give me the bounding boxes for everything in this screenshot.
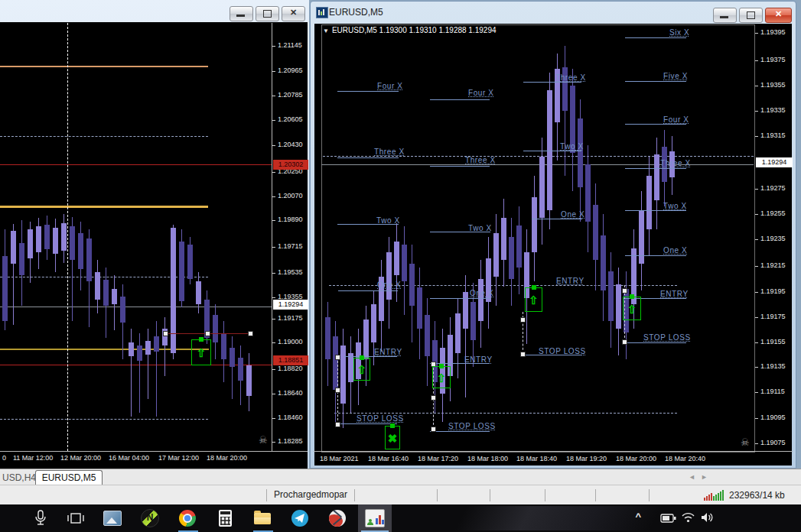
ohlc-values: EURUSD,M5 1.19300 1.19310 1.19288 1.1929… (332, 26, 497, 34)
status-profile-label: Prochargedmopar (267, 489, 354, 500)
right-close-button[interactable]: ✕ (765, 8, 792, 23)
left-close-button[interactable]: ✕ (282, 6, 305, 21)
right-restore-button[interactable] (739, 8, 763, 23)
window-chart-icon (316, 7, 328, 18)
left-restore-button[interactable] (256, 6, 279, 21)
microphone-icon[interactable] (31, 509, 50, 527)
calculator-icon[interactable] (215, 509, 235, 527)
right-window-titlebar[interactable]: EURUSD,M5 ✕ (311, 2, 796, 24)
metatrader-workspace: ✕ EURUSD,M5 ✕ ▼EURUSD,M5 1.19300 1.19310… (0, 0, 801, 532)
ninjatrader-icon[interactable]: N (140, 509, 160, 527)
chart-tab-bar: USD,H4 EURUSD,M5 ◄► (0, 469, 801, 485)
status-divider (437, 489, 438, 501)
battery-icon[interactable] (660, 512, 676, 526)
status-divider (595, 489, 596, 501)
status-divider (490, 489, 490, 501)
left-time-separator (0, 451, 308, 452)
tab-scroll-right-icon[interactable]: ► (701, 473, 713, 481)
chrome-icon[interactable] (177, 509, 197, 527)
snipping-tool-icon[interactable] (327, 509, 347, 527)
left-minimize-button[interactable] (230, 6, 253, 21)
symbol-dropdown-icon[interactable]: ▼ (323, 28, 329, 34)
wifi-icon[interactable] (681, 512, 695, 526)
left-chart-plot-area[interactable] (0, 22, 308, 469)
tray-expand-chevron-icon[interactable]: ^ (635, 511, 641, 522)
status-bar: Prochargedmopar 232963/14 kb (0, 485, 801, 504)
tab-scroll-left-icon[interactable]: ◄ (689, 473, 701, 481)
taskbar: N ^ 12:52 (0, 504, 801, 532)
status-divider (545, 489, 545, 501)
restore-icon (263, 10, 272, 18)
status-divider (649, 489, 650, 501)
tab-eurusd-m5[interactable]: EURUSD,M5 (35, 470, 103, 485)
task-view-icon[interactable] (66, 509, 86, 527)
minimize-icon (236, 15, 245, 17)
speaker-icon[interactable] (701, 512, 715, 526)
close-icon: ✕ (766, 9, 791, 19)
status-divider (354, 489, 355, 501)
left-axis-separator (272, 23, 272, 451)
chart-window-h4: ✕ (0, 0, 309, 469)
file-explorer-icon[interactable] (252, 509, 272, 527)
left-window-titlebar[interactable]: ✕ (0, 0, 309, 22)
minimize-icon (720, 16, 728, 18)
status-traffic-label: 232963/14 kb (729, 490, 785, 501)
right-chart-frame (321, 24, 755, 453)
close-icon: ✕ (282, 8, 304, 18)
restore-icon (747, 11, 755, 19)
right-time-separator (314, 451, 793, 452)
network-activity-icon (704, 489, 724, 501)
screenshot-app-icon[interactable] (103, 509, 122, 527)
window-title: EURUSD,M5 (329, 7, 383, 18)
metatrader-taskbar-button[interactable] (358, 504, 392, 532)
ohlc-header[interactable]: ▼EURUSD,M5 1.19300 1.19310 1.19288 1.192… (323, 26, 497, 34)
right-minimize-button[interactable] (713, 8, 737, 23)
telegram-icon[interactable] (290, 509, 310, 527)
metatrader-icon (365, 509, 385, 527)
tab-eurusd-h4[interactable]: USD,H4 (2, 472, 36, 483)
